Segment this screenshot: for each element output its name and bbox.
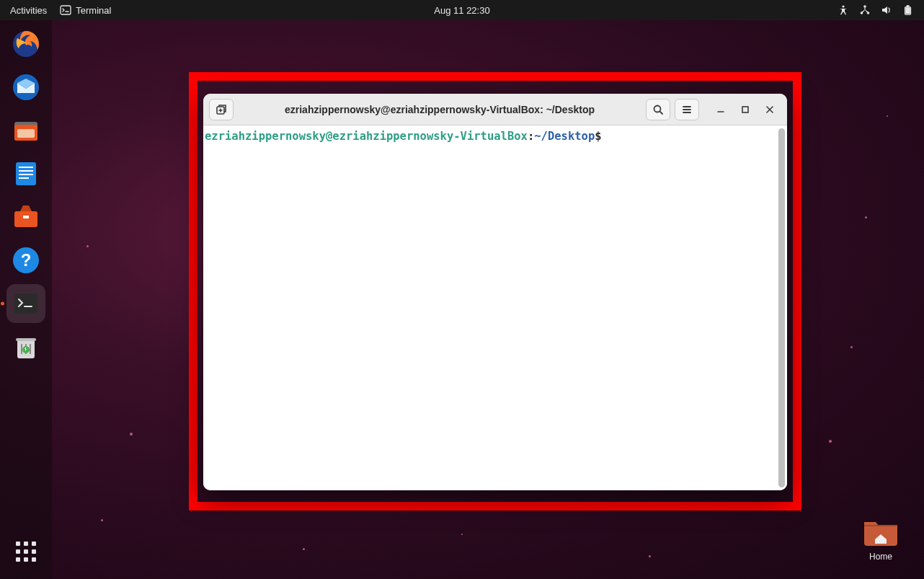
prompt-symbol: $ [595,130,601,143]
terminal-icon [60,4,71,16]
activities-label: Activities [10,5,47,16]
svg-rect-6 [907,6,909,7]
svg-point-27 [654,105,661,112]
svg-rect-15 [19,170,33,172]
prompt-user-host: ezriahzippernowsky@ezriahzippernowsky-Vi… [205,130,528,143]
network-icon[interactable] [859,4,871,16]
maximize-button[interactable] [738,102,752,117]
dock-terminal[interactable] [6,284,45,323]
top-bar: Activities Terminal Aug 11 22:30 [0,0,924,20]
dock-trash[interactable] [6,327,45,366]
svg-rect-17 [19,177,29,179]
svg-rect-24 [16,338,36,341]
prompt-separator: : [528,130,534,143]
desktop-home-label: Home [862,552,899,562]
volume-icon[interactable] [881,4,892,16]
prompt-path: ~/Desktop [534,130,595,143]
accessibility-icon[interactable] [838,4,849,16]
desktop-home-folder[interactable]: Home [862,515,899,562]
dock-help[interactable]: ? [6,241,45,280]
svg-rect-14 [19,167,33,168]
dock-software[interactable] [6,198,45,237]
terminal-scrollbar[interactable] [778,128,785,487]
terminal-body[interactable]: ezriahzippernowsky@ezriahzippernowsky-Vi… [203,125,787,490]
svg-rect-12 [17,129,35,138]
svg-rect-0 [61,6,71,14]
terminal-titlebar[interactable]: ezriahzippernowsky@ezriahzippernowsky-Vi… [203,94,787,125]
svg-rect-7 [906,8,910,14]
svg-point-1 [842,5,844,7]
active-app-label: Terminal [76,5,111,16]
terminal-title: ezriahzippernowsky@ezriahzippernowsky-Vi… [238,104,641,115]
dock-files[interactable] [6,111,45,150]
svg-rect-22 [14,293,37,314]
activities-button[interactable]: Activities [10,5,47,16]
hamburger-menu-button[interactable] [675,99,699,120]
dock-thunderbird[interactable] [6,68,45,107]
svg-point-2 [863,5,866,8]
search-button[interactable] [646,99,670,120]
dock-writer[interactable] [6,154,45,193]
svg-rect-18 [14,211,37,227]
svg-rect-16 [19,174,33,175]
dock: ? [0,20,52,579]
svg-rect-28 [742,107,748,112]
show-apps-button[interactable] [9,534,43,569]
svg-text:?: ? [21,250,32,270]
minimize-button[interactable] [714,102,728,117]
dock-firefox[interactable] [6,25,45,63]
new-tab-button[interactable] [209,99,234,120]
clock-label: Aug 11 22:30 [434,5,489,16]
clock[interactable]: Aug 11 22:30 [434,5,489,16]
svg-rect-19 [23,216,29,218]
battery-icon[interactable] [902,4,914,16]
prompt-line: ezriahzippernowsky@ezriahzippernowsky-Vi… [205,130,784,143]
close-button[interactable] [763,102,777,117]
terminal-window: ezriahzippernowsky@ezriahzippernowsky-Vi… [203,94,787,490]
active-app-indicator[interactable]: Terminal [60,4,111,16]
